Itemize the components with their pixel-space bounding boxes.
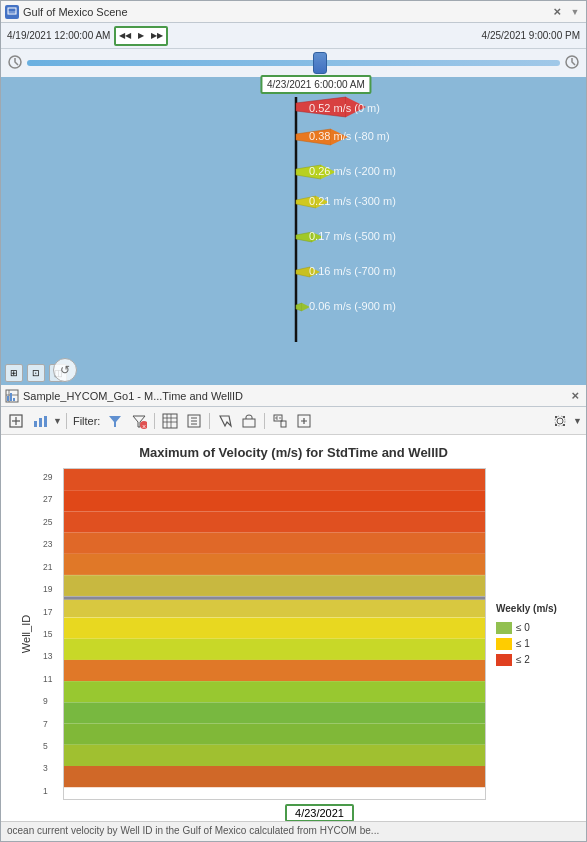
zoom-button[interactable] bbox=[269, 411, 291, 431]
svg-rect-73 bbox=[64, 681, 485, 702]
svg-rect-32 bbox=[13, 398, 15, 401]
playback-controls: ◀◀ ▶ ▶▶ bbox=[114, 26, 168, 46]
slider-icon-left bbox=[7, 54, 23, 73]
heatmap-chart bbox=[63, 468, 486, 800]
svg-rect-76 bbox=[64, 745, 485, 766]
timeline-bar: 4/19/2021 12:00:00 AM ◀◀ ▶ ▶▶ 4/25/2021 … bbox=[1, 23, 586, 49]
y-axis-label: Well_ID bbox=[20, 615, 32, 653]
svg-rect-72 bbox=[64, 660, 485, 681]
bottom-window-close[interactable]: × bbox=[568, 388, 582, 403]
svg-text:0.21 m/s (-300 m): 0.21 m/s (-300 m) bbox=[309, 195, 396, 207]
scene-icon bbox=[5, 5, 19, 19]
bottom-window-title: Sample_HYCOM_Go1 - M...Time and WellID bbox=[23, 390, 564, 402]
svg-rect-70 bbox=[64, 618, 485, 639]
ocean-current-svg: 0.52 m/s (0 m) 0.38 m/s (-80 m) 0.26 m/s… bbox=[1, 77, 586, 386]
playback-play-button[interactable]: ▶ bbox=[134, 29, 148, 43]
chart-legend: Weekly (m/s) ≤ 0 ≤ 1 ≤ 2 bbox=[486, 468, 576, 800]
map-rotate-button[interactable]: ↺ bbox=[53, 358, 77, 382]
playback-forward-button[interactable]: ▶▶ bbox=[150, 29, 164, 43]
legend-color-2 bbox=[496, 654, 512, 666]
svg-text:0.17 m/s (-500 m): 0.17 m/s (-500 m) bbox=[309, 230, 396, 242]
settings-button[interactable] bbox=[549, 411, 571, 431]
top-window: Gulf of Mexico Scene × ▼ 4/19/2021 12:00… bbox=[0, 0, 587, 385]
bottom-title-bar: Sample_HYCOM_Go1 - M...Time and WellID × bbox=[1, 385, 586, 407]
map-ctrl-btn-1[interactable]: ⊞ bbox=[5, 364, 23, 382]
slider-icon-right bbox=[564, 54, 580, 73]
timeline-slider-container: 4/23/2021 6:00:00 AM bbox=[1, 49, 586, 77]
action-button[interactable] bbox=[238, 411, 260, 431]
separator-2 bbox=[154, 413, 155, 429]
status-bar: ocean current velocity by Well ID in the… bbox=[1, 821, 586, 841]
play-icon: ▶ bbox=[138, 31, 144, 40]
chart-dropdown-arrow[interactable]: ▼ bbox=[53, 416, 62, 426]
expand-button[interactable] bbox=[293, 411, 315, 431]
legend-label-0: ≤ 0 bbox=[516, 622, 530, 633]
svg-rect-59 bbox=[563, 416, 565, 418]
legend-color-1 bbox=[496, 638, 512, 650]
legend-title: Weekly (m/s) bbox=[496, 603, 576, 614]
select-button[interactable] bbox=[214, 411, 236, 431]
chart-type-button[interactable] bbox=[29, 411, 51, 431]
svg-rect-60 bbox=[555, 424, 557, 426]
top-window-title: Gulf of Mexico Scene bbox=[23, 6, 546, 18]
top-window-scroll[interactable]: ▼ bbox=[568, 5, 582, 19]
top-title-bar: Gulf of Mexico Scene × ▼ bbox=[1, 1, 586, 23]
svg-text:0.06 m/s (-900 m): 0.06 m/s (-900 m) bbox=[309, 300, 396, 312]
svg-rect-68 bbox=[64, 596, 485, 600]
table-view-button[interactable] bbox=[159, 411, 181, 431]
svg-rect-67 bbox=[64, 575, 485, 596]
map-scene-area: 0.52 m/s (0 m) 0.38 m/s (-80 m) 0.26 m/s… bbox=[1, 77, 586, 386]
svg-rect-77 bbox=[64, 766, 485, 787]
svg-rect-54 bbox=[281, 421, 286, 427]
chart-area: Maximum of Velocity (m/s) for StdTime an… bbox=[1, 435, 586, 842]
legend-item-2: ≤ 2 bbox=[496, 654, 576, 666]
toolbar-right: ▼ bbox=[549, 411, 582, 431]
svg-text:0.16 m/s (-700 m): 0.16 m/s (-700 m) bbox=[309, 265, 396, 277]
svg-rect-4 bbox=[1, 77, 586, 386]
svg-rect-52 bbox=[243, 419, 255, 427]
svg-rect-66 bbox=[64, 554, 485, 575]
legend-item-0: ≤ 0 bbox=[496, 622, 576, 634]
separator-4 bbox=[264, 413, 265, 429]
svg-rect-74 bbox=[64, 702, 485, 723]
export-button[interactable] bbox=[183, 411, 205, 431]
svg-rect-0 bbox=[8, 8, 16, 14]
map-ctrl-btn-2[interactable]: ⊡ bbox=[27, 364, 45, 382]
svg-text:0.26 m/s (-200 m): 0.26 m/s (-200 m) bbox=[309, 165, 396, 177]
chevron-down-icon: ▼ bbox=[571, 7, 580, 17]
status-text: ocean current velocity by Well ID in the… bbox=[7, 825, 379, 836]
y-axis-container: Well_ID bbox=[11, 468, 41, 800]
svg-rect-62 bbox=[64, 469, 485, 490]
timeline-end-time: 4/25/2021 9:00:00 PM bbox=[482, 30, 580, 41]
separator-1 bbox=[66, 413, 67, 429]
heatmap-svg bbox=[64, 469, 485, 799]
svg-rect-30 bbox=[7, 396, 9, 401]
settings-dropdown[interactable]: ▼ bbox=[573, 416, 582, 426]
new-button[interactable] bbox=[5, 411, 27, 431]
timeline-thumb[interactable] bbox=[313, 52, 327, 74]
svg-rect-31 bbox=[10, 393, 12, 401]
svg-marker-39 bbox=[109, 416, 121, 427]
top-window-close[interactable]: × bbox=[550, 4, 564, 19]
svg-point-56 bbox=[557, 418, 563, 424]
chart-title: Maximum of Velocity (m/s) for StdTime an… bbox=[11, 445, 576, 460]
svg-rect-61 bbox=[563, 424, 565, 426]
svg-text:0.52 m/s (0 m): 0.52 m/s (0 m) bbox=[309, 102, 380, 114]
legend-item-1: ≤ 1 bbox=[496, 638, 576, 650]
svg-rect-69 bbox=[64, 600, 485, 618]
bottom-panel: Sample_HYCOM_Go1 - M...Time and WellID ×… bbox=[0, 385, 587, 842]
filter-options-button[interactable]: × bbox=[128, 411, 150, 431]
svg-rect-58 bbox=[555, 416, 557, 418]
svg-rect-36 bbox=[34, 421, 37, 427]
chart-body: Well_ID 29 27 25 23 21 19 17 15 13 11 9 … bbox=[11, 468, 576, 800]
svg-rect-71 bbox=[64, 639, 485, 660]
svg-rect-63 bbox=[64, 490, 485, 511]
legend-label-1: ≤ 1 bbox=[516, 638, 530, 649]
playback-back-button[interactable]: ◀◀ bbox=[118, 29, 132, 43]
legend-color-0 bbox=[496, 622, 512, 634]
svg-rect-38 bbox=[44, 416, 47, 427]
x-axis-date: 4/23/2021 bbox=[295, 807, 344, 819]
timeline-track[interactable] bbox=[27, 60, 560, 66]
filter-button[interactable] bbox=[104, 411, 126, 431]
svg-rect-65 bbox=[64, 533, 485, 554]
